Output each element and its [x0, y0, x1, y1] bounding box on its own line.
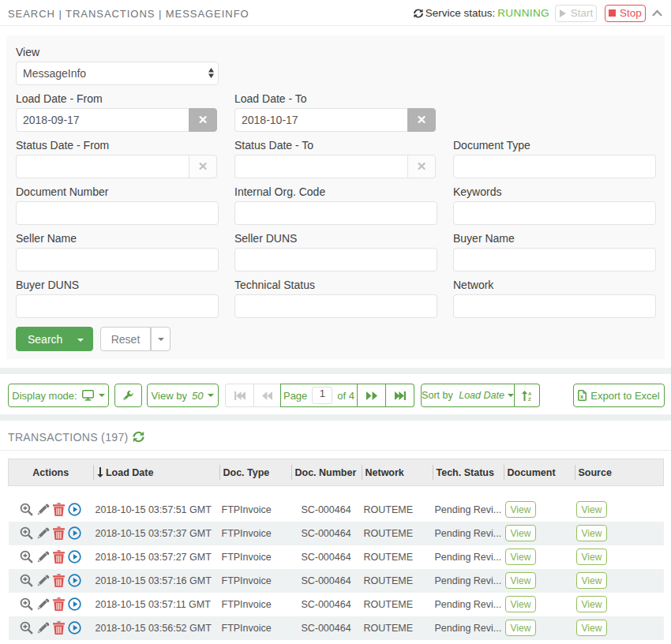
svg-text:Z: Z	[528, 396, 531, 401]
svg-text:A: A	[528, 391, 532, 395]
svg-text:x: x	[580, 393, 584, 400]
